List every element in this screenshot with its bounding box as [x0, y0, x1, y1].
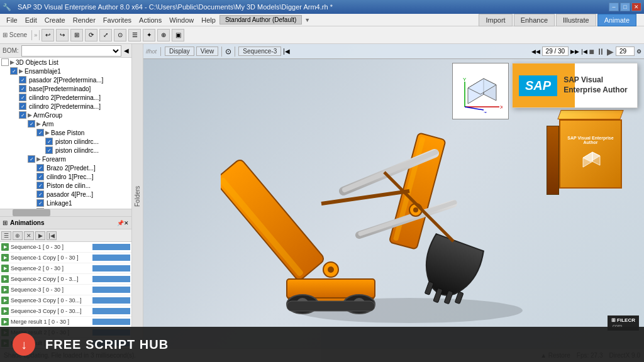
toolbar-btn-5[interactable]: ⤢	[99, 29, 112, 41]
tree-item[interactable]: ✓cilindro 2[Predetermina...]	[0, 102, 131, 111]
animation-play-icon[interactable]: ▶	[1, 286, 9, 293]
tree-item[interactable]: ✓▶Ensamblaje1	[0, 67, 131, 75]
tree-checkbox[interactable]: ✓	[45, 138, 53, 145]
anim-toolbar-btn-1[interactable]: ☰	[1, 231, 11, 240]
animation-item[interactable]: ▶Sequence-3 [ 0 - 30 ]	[0, 285, 131, 295]
tree-item[interactable]: ✓Linkage1	[0, 199, 131, 207]
animation-play-icon[interactable]: ▶	[1, 297, 9, 304]
tab-import[interactable]: Import	[479, 14, 512, 26]
menu-create[interactable]: Create	[41, 15, 69, 25]
view-button[interactable]: View	[196, 47, 219, 56]
toolbar-btn-7[interactable]: ☰	[128, 29, 141, 41]
close-button[interactable]: ✕	[631, 3, 641, 11]
animation-play-icon[interactable]: ▶	[1, 254, 9, 261]
minimize-button[interactable]: –	[609, 3, 619, 11]
tree-panel[interactable]: ▶3D Objects List✓▶Ensamblaje1✓pasador 2[…	[0, 58, 131, 209]
tree-item[interactable]: ✓▶Arm	[0, 119, 131, 128]
toolbar-btn-6[interactable]: ⊙	[114, 29, 126, 41]
animations-pin[interactable]: 📌	[117, 220, 124, 226]
animation-item[interactable]: ▶Sequence-3 Copy [ 0 - 30...]	[0, 306, 131, 317]
seq-arrow-left[interactable]: ◀◀	[531, 48, 540, 55]
sequence-button[interactable]: Sequence-3	[238, 47, 281, 56]
tree-item[interactable]: ✓base[Predeterminado]	[0, 84, 131, 93]
tree-item[interactable]: ✓Brazo 2[Predet...]	[0, 163, 131, 172]
tree-item[interactable]: ✓piston cilindrc...	[0, 146, 131, 155]
menu-favorites[interactable]: Favorites	[99, 15, 135, 25]
animation-item[interactable]: ▶Sequence-2 [ 0 - 30 ]	[0, 263, 131, 274]
anim-toolbar-btn-3[interactable]: ✕	[24, 231, 34, 240]
animation-item[interactable]: ▶Merge result 1 [ 0 - 30 ]	[0, 317, 131, 327]
animation-item[interactable]: ▶Sequence-3 Copy [ 0 - 30...]	[0, 295, 131, 306]
animation-play-icon[interactable]: ▶	[1, 243, 9, 251]
tree-checkbox[interactable]: ✓	[36, 199, 44, 207]
animation-play-icon[interactable]: ▶	[1, 318, 9, 326]
anim-toolbar-btn-5[interactable]: |◀	[47, 231, 57, 240]
tab-illustrate[interactable]: Illustrate	[556, 14, 596, 26]
animation-play-icon[interactable]: ▶	[1, 275, 9, 283]
anim-toolbar-btn-4[interactable]: ▶	[35, 231, 45, 240]
menu-actions[interactable]: Actions	[135, 15, 165, 25]
tree-checkbox[interactable]: ✓	[28, 120, 35, 128]
animation-play-icon[interactable]: ▶	[1, 307, 9, 315]
tree-checkbox[interactable]: ✓	[19, 76, 26, 84]
anim-toolbar-btn-2[interactable]: ⊕	[13, 231, 23, 240]
display-button[interactable]: Display	[165, 47, 194, 56]
bom-select[interactable]	[21, 45, 121, 57]
seq-play-start[interactable]: |◀	[581, 48, 587, 55]
seq-pause[interactable]: ⏸	[596, 47, 605, 57]
viewport[interactable]: ifhot Display View ⊙ Sequence-3 |◀ ◀◀ 29…	[143, 44, 644, 348]
tree-checkbox[interactable]: ✓	[36, 164, 44, 172]
maximize-button[interactable]: □	[620, 3, 630, 11]
seq-stop[interactable]: ■	[589, 47, 594, 57]
tree-item[interactable]: ✓Piston de cilin...	[0, 181, 131, 190]
tree-item[interactable]: ✓pasador 2[Predetermina...]	[0, 75, 131, 84]
tree-scrollbar[interactable]	[0, 209, 131, 216]
folders-tab[interactable]: Folders	[132, 44, 143, 348]
tree-checkbox[interactable]: ✓	[19, 111, 26, 119]
standard-author-select[interactable]: Standard Author (Default)	[219, 15, 302, 25]
seq-arrow-right[interactable]: ▶▶	[570, 48, 579, 55]
tab-animate[interactable]: Animate	[597, 14, 636, 26]
menu-render[interactable]: Render	[69, 15, 99, 25]
tree-checkbox[interactable]: ✓	[19, 85, 26, 92]
vp-collapse[interactable]: |◀	[283, 48, 290, 55]
tree-checkbox[interactable]: ✓	[10, 67, 18, 75]
menu-file[interactable]: File	[3, 15, 21, 25]
tree-item[interactable]: ✓piston cilindrc...	[0, 137, 131, 146]
tree-checkbox[interactable]: ✓	[36, 129, 44, 136]
bom-expand-btn[interactable]: ◀	[124, 47, 129, 54]
tree-item[interactable]: ▶3D Objects List	[0, 58, 131, 67]
dropdown-arrow[interactable]: ▼	[304, 17, 310, 23]
tree-item[interactable]: ✓▶ArmGroup	[0, 111, 131, 119]
tree-item[interactable]: ✓▶Base Piston	[0, 128, 131, 137]
menu-window[interactable]: Window	[165, 15, 197, 25]
tree-item[interactable]: ✓cilindro 1[Prec...]	[0, 172, 131, 181]
tree-checkbox[interactable]: ✓	[36, 182, 44, 189]
vp-icon-1[interactable]: ⊙	[225, 47, 231, 56]
seq-frame[interactable]: 29	[616, 47, 635, 56]
toolbar-btn-8[interactable]: ✦	[143, 29, 155, 41]
tree-item[interactable]: ✓▶Forearm	[0, 155, 131, 163]
tree-checkbox[interactable]: ✓	[28, 155, 35, 163]
tree-checkbox[interactable]	[1, 58, 9, 66]
tree-item[interactable]: ✓pasador 4[Pre...]	[0, 190, 131, 199]
toolbar-btn-10[interactable]: ▣	[172, 29, 184, 41]
tree-checkbox[interactable]: ✓	[36, 173, 44, 180]
expand-icon[interactable]: »	[34, 32, 37, 38]
animation-item[interactable]: ▶Sequence-1 Copy [ 0 - 30 ]	[0, 253, 131, 263]
tree-checkbox[interactable]: ✓	[45, 146, 53, 154]
toolbar-btn-9[interactable]: ⊕	[157, 29, 170, 41]
menu-help[interactable]: Help	[197, 15, 219, 25]
toolbar-btn-3[interactable]: ⊞	[70, 29, 83, 41]
toolbar-btn-1[interactable]: ↩	[42, 29, 54, 41]
tree-checkbox[interactable]: ✓	[19, 102, 26, 110]
toolbar-btn-2[interactable]: ↪	[56, 29, 69, 41]
tab-enhance[interactable]: Enhance	[514, 14, 555, 26]
tree-checkbox[interactable]: ✓	[36, 190, 44, 198]
animations-close[interactable]: ✕	[124, 220, 129, 226]
tree-item[interactable]: ✓cilindro 2[Predetermina...]	[0, 93, 131, 102]
animation-play-icon[interactable]: ▶	[1, 265, 9, 272]
tree-checkbox[interactable]: ✓	[19, 94, 26, 101]
animation-item[interactable]: ▶Sequence-1 [ 0 - 30 ]	[0, 242, 131, 253]
menu-edit[interactable]: Edit	[21, 15, 41, 25]
